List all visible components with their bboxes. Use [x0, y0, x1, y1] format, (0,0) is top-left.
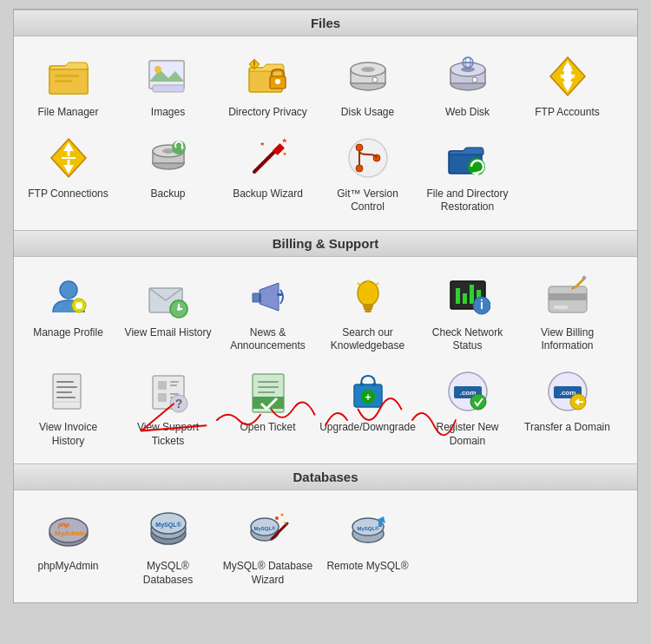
- remote-mysql-label: Remote MySQL®: [326, 560, 408, 574]
- backup-item[interactable]: Backup: [118, 127, 218, 221]
- svg-point-18: [372, 77, 378, 82]
- register-new-domain-item[interactable]: .com Register New Domain: [418, 360, 517, 455]
- svg-rect-89: [554, 306, 568, 309]
- svg-point-11: [275, 79, 280, 84]
- news-announcements-label: News & Announcements: [221, 326, 314, 353]
- search-knowledgebase-item[interactable]: Search our Knowledgebase: [318, 266, 418, 360]
- databases-section-header: Databases: [14, 463, 637, 490]
- svg-point-140: [275, 516, 279, 520]
- svg-rect-97: [56, 397, 76, 398]
- transfer-a-domain-icon: .com: [543, 367, 592, 416]
- main-container: Files File Manager: [13, 9, 638, 603]
- disk-usage-item[interactable]: Disk Usage: [318, 45, 418, 127]
- svg-rect-65: [83, 304, 86, 307]
- git-version-control-item[interactable]: Git™ Version Control: [318, 127, 418, 221]
- svg-rect-62: [77, 299, 81, 301]
- open-ticket-label: Open Ticket: [240, 421, 295, 435]
- mysql-databases-item[interactable]: MySQL® MySQL® Databases: [118, 499, 218, 594]
- svg-rect-95: [56, 386, 77, 388]
- view-invoice-history-label: View Invoice History: [22, 421, 115, 448]
- view-support-tickets-item[interactable]: ? View Support Tickets: [118, 360, 218, 455]
- images-item[interactable]: Images: [118, 45, 218, 127]
- svg-text:MySQL®: MySQL®: [155, 522, 181, 529]
- databases-section-body: php MyAdmin phpMyAdmin MySQL® MySQL® Da: [14, 490, 637, 602]
- remote-mysql-item[interactable]: MySQL® Remote MySQL®: [318, 499, 418, 594]
- phpmyadmin-label: phpMyAdmin: [37, 560, 98, 574]
- mysql-databases-icon: MySQL®: [144, 506, 193, 555]
- news-announcements-item[interactable]: News & Announcements: [218, 266, 318, 360]
- files-section: Files File Manager: [14, 10, 637, 230]
- web-disk-label: Web Disk: [445, 106, 490, 120]
- svg-rect-83: [470, 285, 474, 304]
- phpmyadmin-icon: php MyAdmin: [44, 506, 93, 555]
- open-ticket-item[interactable]: Open Ticket: [218, 360, 318, 455]
- file-manager-item[interactable]: File Manager: [18, 45, 118, 127]
- view-billing-information-item[interactable]: View Billing Information: [517, 266, 617, 360]
- svg-rect-109: [258, 381, 279, 383]
- upgrade-downgrade-item[interactable]: + Upgrade/Downgrade: [318, 360, 418, 455]
- svg-marker-48: [282, 137, 287, 142]
- svg-point-52: [356, 144, 363, 151]
- billing-support-section-header: Billing & Support: [14, 230, 637, 257]
- backup-wizard-icon: [244, 134, 293, 182]
- svg-line-78: [376, 283, 378, 286]
- view-support-tickets-label: View Support Tickets: [122, 421, 214, 448]
- svg-rect-101: [170, 381, 179, 383]
- open-ticket-icon: [244, 367, 293, 416]
- file-directory-restoration-item[interactable]: File and Directory Restoration: [418, 127, 517, 221]
- file-directory-restoration-icon: [444, 134, 492, 182]
- view-billing-information-label: View Billing Information: [521, 326, 614, 353]
- file-manager-label: File Manager: [37, 106, 98, 120]
- transfer-a-domain-label: Transfer a Domain: [524, 421, 610, 435]
- check-network-status-icon: i: [444, 273, 492, 321]
- disk-usage-icon: [344, 52, 392, 101]
- manage-profile-item[interactable]: Manage Profile: [18, 266, 118, 360]
- svg-point-114: [360, 383, 364, 386]
- ftp-accounts-item[interactable]: FTP Accounts: [517, 45, 617, 127]
- check-network-status-item[interactable]: i Check Network Status: [418, 266, 517, 360]
- svg-marker-49: [260, 141, 264, 146]
- phpmyadmin-item[interactable]: php MyAdmin phpMyAdmin: [18, 499, 118, 594]
- ftp-connections-icon: [44, 134, 93, 182]
- directory-privacy-item[interactable]: ! Directory Privacy: [218, 45, 318, 127]
- view-invoice-history-item[interactable]: View Invoice History: [18, 360, 118, 455]
- svg-text:+: +: [365, 391, 371, 404]
- svg-text:?: ?: [174, 397, 182, 411]
- svg-point-7: [155, 66, 161, 73]
- mysql-database-wizard-item[interactable]: MySQL® MySQL® Database Wizard: [218, 499, 318, 594]
- view-email-history-item[interactable]: View Email History: [118, 266, 218, 360]
- directory-privacy-icon: !: [244, 52, 293, 101]
- files-section-body: File Manager Images: [14, 36, 637, 230]
- check-network-status-label: Check Network Status: [421, 326, 514, 353]
- svg-text:MyAdmin: MyAdmin: [55, 529, 86, 537]
- svg-line-46: [254, 149, 277, 172]
- search-knowledgebase-label: Search our Knowledgebase: [321, 326, 414, 353]
- svg-point-121: [470, 394, 486, 410]
- ftp-connections-item[interactable]: FTP Connections: [18, 127, 118, 221]
- svg-rect-82: [463, 293, 467, 304]
- svg-point-70: [177, 307, 181, 311]
- svg-rect-2: [55, 75, 79, 77]
- ftp-accounts-label: FTP Accounts: [535, 106, 599, 120]
- svg-rect-72: [277, 293, 282, 296]
- svg-point-115: [372, 383, 376, 386]
- svg-rect-100: [158, 381, 167, 390]
- web-disk-item[interactable]: Web Disk: [418, 45, 517, 127]
- backup-wizard-item[interactable]: Backup Wizard: [218, 127, 318, 221]
- web-disk-icon: [444, 52, 492, 101]
- svg-point-23: [472, 77, 477, 82]
- databases-section: Databases php MyAdmin phpMyAdmin: [14, 463, 637, 602]
- git-version-control-icon: [344, 134, 392, 182]
- file-manager-icon: [44, 52, 93, 101]
- svg-rect-64: [72, 304, 75, 307]
- manage-profile-icon: [44, 273, 93, 321]
- svg-rect-75: [364, 307, 372, 310]
- svg-rect-88: [549, 293, 587, 300]
- svg-rect-102: [170, 384, 177, 386]
- svg-text:!: !: [253, 60, 255, 69]
- svg-rect-5: [149, 61, 184, 89]
- view-email-history-label: View Email History: [125, 326, 212, 340]
- transfer-a-domain-item[interactable]: .com Transfer a Domain: [517, 360, 617, 455]
- search-knowledgebase-icon: [344, 273, 392, 321]
- files-section-header: Files: [14, 10, 637, 36]
